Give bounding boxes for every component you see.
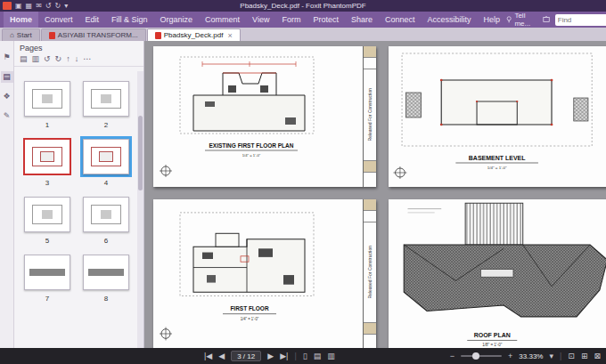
zoom-slider-thumb[interactable] (472, 352, 479, 360)
close-tab-icon[interactable]: × (227, 31, 232, 40)
print-pages-icon[interactable]: ▥ (32, 54, 40, 63)
ribbon-tab-bar: Home Convert Edit Fill & Sign Organize C… (0, 12, 606, 28)
thumbnail-label: 2 (104, 121, 108, 129)
title-bar: Pbadsky_Deck.pdf - Foxit PhantomPDF ▣ ▦ … (0, 0, 606, 12)
thumbnail-label: 5 (45, 237, 49, 245)
page-thumbnail-3[interactable]: 3 (21, 136, 73, 187)
pdf-page-basement-level[interactable]: BASEMENT LEVEL 1/4" = 1'-0" Released For… (389, 46, 606, 187)
pages-panel-icon[interactable]: ▤ (1, 71, 13, 83)
doc-tab-pbadsky-label: Pbadsky_Deck.pdf (164, 31, 224, 39)
thumbnail-label: 8 (104, 295, 108, 303)
snapshot-icon[interactable] (543, 15, 550, 24)
zoom-in-button[interactable]: + (508, 348, 512, 364)
ribbon-tab-home[interactable]: Home (4, 12, 38, 28)
ribbon-tab-connect[interactable]: Connect (379, 12, 422, 28)
app-window: Pbadsky_Deck.pdf - Foxit PhantomPDF ▣ ▦ … (0, 0, 606, 364)
doc-tab-asiyabi-label: ASIYABI TRANSFORM... (58, 31, 138, 39)
doc-tab-asiyabi[interactable]: ASIYABI TRANSFORM... (41, 28, 146, 41)
document-pane[interactable]: EXISTING FIRST FLOOR PLAN 1/4" = 1'-0" R… (144, 41, 606, 348)
pdf-page-existing-first-floor[interactable]: EXISTING FIRST FLOOR PLAN 1/4" = 1'-0" R… (153, 46, 376, 187)
pdf-page-first-floor[interactable]: FIRST FLOOR 1/4" = 1'-0" Released For Co… (153, 199, 376, 348)
bookmarks-panel-icon[interactable]: ⚑ (1, 52, 13, 63)
find-input[interactable] (558, 16, 604, 24)
fit-page-icon[interactable]: ⊡ (568, 348, 575, 364)
page-title: FIRST FLOOR (230, 305, 268, 311)
doc-tab-pbadsky-deck[interactable]: Pbadsky_Deck.pdf × (147, 28, 241, 41)
page-thumbnail-6[interactable]: 6 (80, 194, 132, 245)
pdf-page-roof-plan[interactable]: ROOF PLAN 1/8" = 1'-0" Released For Cons… (389, 199, 606, 348)
document-tab-bar: ⌂ Start ASIYABI TRANSFORM... Pbadsky_Dec… (0, 28, 606, 41)
previous-page-button[interactable]: ◀ (218, 348, 225, 364)
panel-scrollbar-thumb[interactable] (138, 116, 143, 190)
doc-tab-start[interactable]: ⌂ Start (2, 28, 40, 41)
ribbon-tab-convert[interactable]: Convert (38, 12, 79, 28)
doc-tab-start-label: Start (17, 31, 32, 39)
home-icon: ⌂ (10, 31, 14, 39)
ribbon-tab-view[interactable]: View (246, 12, 275, 28)
ribbon-tab-form[interactable]: Form (275, 12, 307, 28)
page-thumbnail-8[interactable]: 8 (80, 252, 132, 303)
page-thumbnail-7[interactable]: 7 (21, 252, 73, 303)
ribbon-tab-comment[interactable]: Comment (199, 12, 246, 28)
title-block: Released For Construction (363, 46, 376, 187)
page-thumbnail-5[interactable]: 5 (21, 194, 73, 245)
ribbon-tab-fill-sign[interactable]: Fill & Sign (105, 12, 154, 28)
app-body: ⚑ ▤ ❖ ✎ Pages ▤ ▥ ↺ ↻ ↑ ↓ ⋯ 1 (0, 41, 606, 348)
pdf-file-icon (49, 32, 55, 39)
ribbon-tab-share[interactable]: Share (345, 12, 379, 28)
zoom-level[interactable]: 33.33% (519, 352, 543, 360)
thumbnail-label: 7 (45, 295, 49, 303)
thumbnail-label: 6 (104, 237, 108, 245)
divider: | (560, 352, 561, 360)
ribbon-tab-help[interactable]: Help (478, 12, 507, 28)
page-number-input[interactable]: 3 / 12 (231, 351, 261, 361)
thumbnail-grid: 1 2 3 4 5 (14, 71, 137, 348)
pages-panel: Pages ▤ ▥ ↺ ↻ ↑ ↓ ⋯ 1 2 (14, 41, 144, 348)
comments-panel-icon[interactable]: ✎ (1, 110, 13, 122)
panel-scrollbar[interactable] (137, 71, 143, 348)
rotate-right-icon[interactable]: ↻ (55, 54, 62, 63)
ribbon-tab-accessibility[interactable]: Accessibility (422, 12, 478, 28)
status-bar: |◀ ◀ 3 / 12 ▶ ▶| | ▯ ▤ ▥ − + 33.33% ▾ | … (0, 348, 606, 364)
zoom-out-button[interactable]: − (450, 348, 454, 364)
redo-icon[interactable]: ↻ (55, 0, 61, 12)
north-arrow-icon (160, 328, 172, 341)
thumbnail-label: 4 (104, 179, 108, 187)
email-icon[interactable]: ✉ (36, 0, 42, 12)
move-page-down-icon[interactable]: ↓ (75, 54, 79, 63)
page-thumbnail-4[interactable]: 4 (80, 136, 132, 187)
move-page-up-icon[interactable]: ↑ (66, 54, 70, 63)
more-options-icon[interactable]: ⋯ (83, 54, 91, 63)
page-scale: 1/4" = 1'-0" (241, 317, 259, 321)
ribbon-tab-edit[interactable]: Edit (79, 12, 106, 28)
save-icon[interactable]: ▦ (26, 0, 33, 12)
ribbon-tab-organize[interactable]: Organize (154, 12, 200, 28)
next-page-button[interactable]: ▶ (267, 348, 274, 364)
zoom-slider[interactable] (461, 355, 502, 357)
tell-me-box[interactable]: Tell me... (506, 12, 537, 28)
page-scale: 1/8" = 1'-0" (482, 343, 502, 347)
ribbon-tab-protect[interactable]: Protect (307, 12, 345, 28)
foxit-logo-icon[interactable] (3, 2, 12, 10)
fullscreen-icon[interactable]: ⊠ (594, 348, 601, 364)
page-thumbnail-2[interactable]: 2 (80, 78, 132, 129)
fit-width-icon[interactable]: ⊞ (581, 348, 588, 364)
page-thumbnail-1[interactable]: 1 (21, 78, 73, 129)
customize-toolbar-caret-icon[interactable]: ▾ (64, 0, 68, 12)
thumbnail-options-icon[interactable]: ▤ (20, 54, 28, 63)
single-page-view-icon[interactable]: ▯ (303, 348, 307, 364)
layers-panel-icon[interactable]: ❖ (1, 91, 13, 102)
open-file-icon[interactable]: ▣ (15, 0, 22, 12)
ribbon-right-tools: Tell me... (506, 12, 606, 28)
tell-me-label: Tell me... (514, 12, 536, 28)
first-page-button[interactable]: |◀ (204, 348, 212, 364)
last-page-button[interactable]: ▶| (280, 348, 288, 364)
continuous-view-icon[interactable]: ▤ (314, 348, 322, 364)
page-title: BASEMENT LEVEL (469, 155, 526, 161)
facing-view-icon[interactable]: ▥ (327, 348, 335, 364)
zoom-caret-icon[interactable]: ▾ (549, 348, 553, 364)
lightbulb-icon (506, 15, 512, 24)
rotate-left-icon[interactable]: ↺ (44, 54, 51, 63)
page-title: ROOF PLAN (474, 332, 511, 338)
undo-icon[interactable]: ↺ (45, 0, 52, 12)
